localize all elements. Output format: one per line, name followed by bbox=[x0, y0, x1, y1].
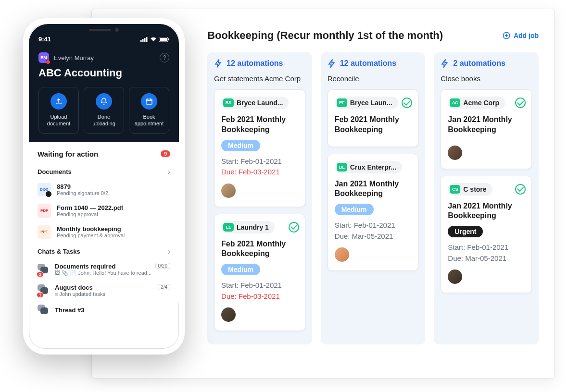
phone-light-section: Waiting for action 9 Documents › DOC 887… bbox=[29, 142, 179, 320]
chat-item[interactable]: Thread #3 bbox=[29, 301, 179, 320]
client-tag[interactable]: BL Crux Enterpr... bbox=[335, 161, 402, 173]
client-name: Laundry 1 bbox=[237, 223, 269, 231]
chat-item[interactable]: 2 Documents required 🖼 📎 📄 John: Hello! … bbox=[29, 259, 179, 280]
bolt-icon bbox=[441, 59, 449, 68]
column-header[interactable]: 12 automations bbox=[328, 59, 419, 68]
chat-icon: 1 bbox=[38, 284, 49, 296]
kanban-column: 2 automations Close books AC Acme Corp J… bbox=[434, 52, 539, 344]
chats-title: Chats & Tasks bbox=[38, 248, 80, 255]
document-item[interactable]: DOC 8879 Pending signature 0/2 bbox=[29, 179, 179, 200]
check-circle-icon bbox=[402, 98, 412, 108]
chevron-right-icon: › bbox=[168, 168, 170, 176]
document-item[interactable]: PPT Monthly bookkeeping Pending payment … bbox=[29, 221, 179, 243]
doc-name: Monthly bookkeeping bbox=[57, 225, 125, 233]
svg-rect-6 bbox=[160, 38, 167, 41]
chat-icon bbox=[38, 305, 49, 316]
kanban-column: 12 automations Reconcile EF Bryce Laun..… bbox=[321, 52, 426, 344]
assignee-avatar[interactable] bbox=[221, 184, 236, 198]
card-top: CS C store bbox=[448, 183, 525, 196]
plus-circle-icon bbox=[502, 31, 511, 40]
stage-name: Reconcile bbox=[328, 74, 419, 83]
svg-rect-1 bbox=[140, 40, 142, 42]
assignee-avatar[interactable] bbox=[221, 307, 236, 322]
stage-name: Get statements Acme Corp bbox=[214, 74, 305, 83]
chats-header[interactable]: Chats & Tasks › bbox=[29, 243, 179, 259]
chat-title: Documents required bbox=[55, 263, 170, 270]
file-icon: PDF bbox=[38, 204, 51, 218]
client-tag[interactable]: L1 Laundry 1 bbox=[221, 221, 275, 233]
job-card[interactable]: AC Acme Corp Jan 2021 Monthly Bookkeepin… bbox=[441, 89, 532, 169]
card-top: BL Crux Enterpr... bbox=[335, 161, 412, 173]
stage-name: Close books bbox=[441, 74, 532, 83]
job-card[interactable]: BS Bryce Laund... Feb 2021 Monthly Bookk… bbox=[214, 89, 305, 207]
action-button[interactable]: Done uploading bbox=[84, 87, 124, 134]
brand-title: ABC Accounting bbox=[38, 67, 169, 79]
client-name: Bryce Laun... bbox=[350, 99, 392, 107]
assignee-avatar[interactable] bbox=[448, 146, 462, 160]
client-name: Acme Corp bbox=[463, 99, 499, 107]
card-top: EF Bryce Laun... bbox=[335, 97, 412, 109]
column-header[interactable]: 2 automations bbox=[441, 59, 532, 68]
due-date: Due: Feb-03-2021 bbox=[221, 291, 298, 302]
phone-dark-section: 9:41 EM Evelyn Murray ? ABC Accounting U… bbox=[29, 24, 179, 142]
document-item[interactable]: PDF Form 1040 — 2022.pdf Pending approva… bbox=[29, 200, 179, 221]
priority-badge: Medium bbox=[335, 204, 374, 215]
automation-count: 12 automations bbox=[227, 59, 283, 68]
phone-mock: 9:41 EM Evelyn Murray ? ABC Accounting U… bbox=[23, 18, 185, 355]
waiting-count-badge: 9 bbox=[161, 150, 170, 157]
clock: 9:41 bbox=[38, 36, 51, 43]
user-name: Evelyn Murray bbox=[54, 54, 94, 61]
svg-rect-2 bbox=[142, 39, 144, 42]
chevron-right-icon: › bbox=[168, 247, 170, 256]
file-icon: PPT bbox=[38, 225, 51, 239]
client-name: Bryce Laund... bbox=[237, 99, 283, 107]
add-job-button[interactable]: Add job bbox=[502, 31, 539, 40]
svg-rect-8 bbox=[146, 99, 152, 104]
kanban-column: 12 automations Get statements Acme Corp … bbox=[207, 52, 312, 344]
task-chip: 2/4 bbox=[158, 284, 170, 290]
card-top: L1 Laundry 1 bbox=[221, 221, 298, 233]
action-label: Book appointment bbox=[132, 113, 166, 127]
action-button[interactable]: Upload document bbox=[38, 87, 79, 134]
client-tag[interactable]: AC Acme Corp bbox=[448, 97, 505, 109]
column-header[interactable]: 12 automations bbox=[214, 59, 305, 68]
help-icon[interactable]: ? bbox=[160, 53, 169, 62]
card-title: Feb 2021 Monthly Bookkeeping bbox=[221, 239, 298, 259]
action-row: Upload documentDone uploadingBook appoin… bbox=[38, 87, 169, 134]
action-icon bbox=[50, 93, 67, 110]
client-name: C store bbox=[463, 185, 486, 193]
doc-name: Form 1040 — 2022.pdf bbox=[57, 204, 123, 211]
waiting-title: Waiting for action bbox=[38, 150, 98, 158]
assignee-avatar[interactable] bbox=[335, 247, 349, 262]
doc-name: 8879 bbox=[57, 183, 108, 190]
svg-rect-3 bbox=[144, 38, 146, 42]
user-row[interactable]: EM Evelyn Murray ? bbox=[38, 52, 169, 63]
waiting-header: Waiting for action 9 bbox=[29, 142, 179, 163]
chat-item[interactable]: 1 August docs ≡ John updated tasks 2/4 bbox=[29, 280, 179, 301]
unread-badge: 2 bbox=[37, 271, 44, 277]
start-date: Start: Feb-01-2021 bbox=[221, 156, 298, 167]
user-avatar-badge: EM bbox=[38, 52, 49, 63]
documents-header[interactable]: Documents › bbox=[29, 163, 179, 179]
job-card[interactable]: L1 Laundry 1 Feb 2021 Monthly Bookkeepin… bbox=[214, 214, 305, 331]
card-meta: Start: Feb-01-2021Due: Feb-03-2021 bbox=[221, 156, 298, 178]
client-badge: CS bbox=[450, 185, 460, 194]
due-date: Due: Feb-03-2021 bbox=[221, 167, 298, 178]
client-tag[interactable]: EF Bryce Laun... bbox=[335, 97, 398, 109]
status-bar: 9:41 bbox=[38, 36, 169, 43]
card-title: Feb 2021 Monthly Bookkeeping bbox=[221, 115, 298, 135]
card-title: Feb 2021 Monthly Bookkeeping bbox=[335, 115, 412, 135]
job-card[interactable]: EF Bryce Laun... Feb 2021 Monthly Bookke… bbox=[328, 89, 419, 147]
assignee-avatar[interactable] bbox=[448, 270, 462, 284]
start-date: Start: Feb-01-2021 bbox=[448, 242, 525, 253]
client-tag[interactable]: BS Bryce Laund... bbox=[221, 97, 289, 109]
job-card[interactable]: BL Crux Enterpr... Jan 2021 Monthly Book… bbox=[328, 154, 419, 271]
job-card[interactable]: CS C store Jan 2021 Monthly BookkeepingU… bbox=[441, 176, 532, 294]
automation-count: 12 automations bbox=[340, 59, 396, 68]
client-tag[interactable]: CS C store bbox=[448, 183, 492, 196]
doc-status: Pending signature 0/2 bbox=[57, 190, 108, 196]
unread-badge: 1 bbox=[37, 292, 44, 298]
action-button[interactable]: Book appointment bbox=[129, 87, 169, 134]
phone-notch bbox=[68, 24, 140, 36]
start-date: Start: Feb-01-2021 bbox=[221, 280, 298, 291]
